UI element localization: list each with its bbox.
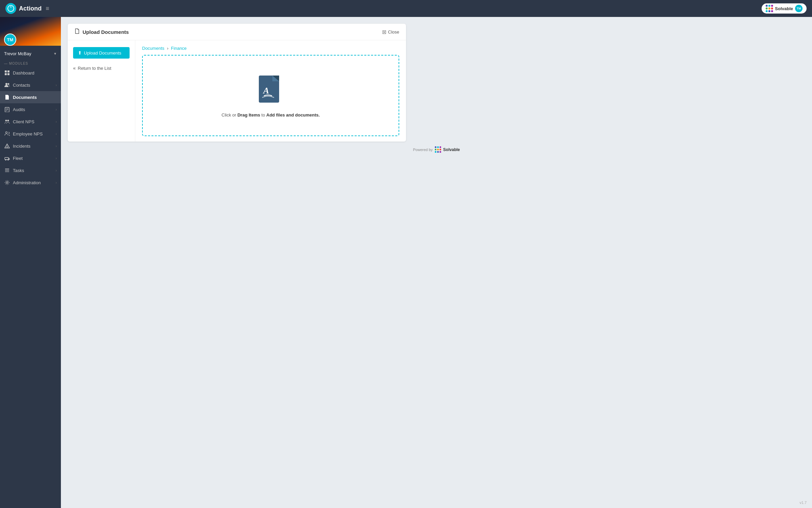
svg-point-12 xyxy=(7,120,9,122)
svg-point-5 xyxy=(5,83,7,85)
contacts-icon xyxy=(4,82,10,88)
card-sidebar: ⬆ Upload Documents « Return to the List xyxy=(68,40,135,142)
app-logo[interactable]: Actiond xyxy=(5,3,42,14)
sidebar-item-incidents[interactable]: Incidents › xyxy=(0,140,61,152)
powered-by-text: Powered by xyxy=(413,148,433,152)
sidebar-item-contacts[interactable]: Contacts › xyxy=(0,79,61,91)
app-name: Actiond xyxy=(19,5,42,12)
close-button[interactable]: ⊠ Close xyxy=(382,29,399,35)
svg-rect-2 xyxy=(7,70,9,72)
breadcrumb-root: Documents xyxy=(142,46,164,51)
user-name-row[interactable]: Trevor McBay ▼ xyxy=(0,50,61,59)
svg-rect-3 xyxy=(5,73,7,75)
employee-nps-chevron-icon: › xyxy=(55,132,57,136)
tasks-chevron-icon: › xyxy=(55,168,57,172)
card-main-area: Documents › Finance xyxy=(135,40,406,142)
version-label: v1.7 xyxy=(799,501,807,505)
sidebar-item-dashboard[interactable]: Dashboard xyxy=(0,67,61,79)
tm-badge: TM xyxy=(795,5,803,12)
sidebar-item-incidents-label: Incidents xyxy=(13,144,30,149)
footer: Powered by Solvable xyxy=(68,142,805,157)
sidebar-item-administration-label: Administration xyxy=(13,180,41,185)
tasks-icon xyxy=(4,167,10,173)
or-text: or xyxy=(232,112,238,118)
upload-doc-header-icon xyxy=(74,28,80,35)
svg-rect-16 xyxy=(5,157,8,160)
dashboard-icon xyxy=(4,70,10,76)
close-x-icon: ⊠ xyxy=(382,29,386,35)
breadcrumb: Documents › Finance xyxy=(142,46,399,51)
sidebar-item-administration[interactable]: Administration › xyxy=(0,176,61,189)
svg-rect-4 xyxy=(7,73,9,75)
sidebar-item-fleet-label: Fleet xyxy=(13,156,23,161)
sidebar-item-client-nps[interactable]: Client NPS › xyxy=(0,115,61,128)
administration-chevron-icon: › xyxy=(55,181,57,185)
svg-text:A: A xyxy=(263,86,269,96)
sidebar-item-audits[interactable]: Audits › xyxy=(0,103,61,115)
svg-point-11 xyxy=(5,120,7,122)
logo-icon xyxy=(5,3,16,14)
card-body: ⬆ Upload Documents « Return to the List … xyxy=(68,40,406,142)
close-label: Close xyxy=(388,29,399,35)
audits-chevron-icon: › xyxy=(55,107,57,111)
client-nps-chevron-icon: › xyxy=(55,120,57,124)
sidebar-item-audits-label: Audits xyxy=(13,107,25,112)
incidents-icon xyxy=(4,143,10,149)
pdf-file-icon: A xyxy=(257,74,284,104)
layout: TM Trevor McBay ▼ — MODULES Dashboard Co… xyxy=(0,17,812,508)
client-nps-icon xyxy=(4,119,10,125)
action-text: Add files and documents. xyxy=(266,112,320,118)
administration-icon xyxy=(4,179,10,186)
upload-arrow-icon: ⬆ xyxy=(78,50,82,56)
solvable-label: Solvable xyxy=(775,6,793,11)
user-section: TM xyxy=(0,17,61,50)
modules-label: — MODULES xyxy=(0,59,61,67)
employee-nps-icon xyxy=(4,131,10,137)
nav-left: Actiond ≡ xyxy=(5,3,49,14)
drag-text: Drag Items xyxy=(238,112,260,118)
sidebar: TM Trevor McBay ▼ — MODULES Dashboard Co… xyxy=(0,17,61,508)
drop-zone[interactable]: A Click or Drag Items to Add files xyxy=(142,55,399,136)
breadcrumb-separator: › xyxy=(167,46,168,51)
sidebar-item-employee-nps-label: Employee NPS xyxy=(13,131,43,136)
svg-point-15 xyxy=(7,147,7,147)
sidebar-item-fleet[interactable]: Fleet › xyxy=(0,152,61,164)
user-name: Trevor McBay xyxy=(4,51,31,56)
pdf-icon-container: A xyxy=(257,74,284,106)
sidebar-item-documents[interactable]: Documents xyxy=(0,91,61,103)
drop-zone-text: Click or Drag Items to Add files and doc… xyxy=(222,112,320,118)
svg-point-24 xyxy=(6,182,8,184)
fleet-chevron-icon: › xyxy=(55,156,57,160)
sidebar-item-tasks[interactable]: Tasks › xyxy=(0,164,61,176)
user-dropdown-icon: ▼ xyxy=(53,52,57,56)
contacts-chevron-icon: › xyxy=(55,83,57,87)
sidebar-item-tasks-label: Tasks xyxy=(13,168,24,173)
card-header: Upload Documents ⊠ Close xyxy=(68,24,406,40)
documents-icon xyxy=(4,94,10,100)
sidebar-item-dashboard-label: Dashboard xyxy=(13,70,35,76)
solvable-badge[interactable]: Solvable TM xyxy=(762,3,807,14)
sidebar-item-documents-label: Documents xyxy=(13,95,37,100)
incidents-chevron-icon: › xyxy=(55,144,57,148)
to-text: to xyxy=(262,112,266,118)
return-to-list-link[interactable]: « Return to the List xyxy=(73,64,130,72)
click-text: Click xyxy=(222,112,231,118)
svg-point-18 xyxy=(8,160,8,160)
upload-documents-button[interactable]: ⬆ Upload Documents xyxy=(73,47,130,59)
return-arrow-icon: « xyxy=(73,65,76,71)
svg-point-6 xyxy=(8,83,9,85)
svg-point-17 xyxy=(5,160,6,160)
footer-brand: Solvable xyxy=(443,147,460,152)
top-nav: Actiond ≡ Solvable TM xyxy=(0,0,812,17)
upload-documents-card: Upload Documents ⊠ Close ⬆ Upload Docume… xyxy=(68,24,406,142)
hamburger-icon[interactable]: ≡ xyxy=(46,5,49,12)
footer-solvable-dots-icon xyxy=(435,146,441,153)
breadcrumb-child: Finance xyxy=(171,46,186,51)
nav-right: Solvable TM xyxy=(762,3,807,14)
sidebar-item-employee-nps[interactable]: Employee NPS › xyxy=(0,128,61,140)
sidebar-item-client-nps-label: Client NPS xyxy=(13,119,35,124)
sidebar-item-contacts-label: Contacts xyxy=(13,83,30,88)
solvable-dots-icon xyxy=(766,5,773,12)
main-content: Upload Documents ⊠ Close ⬆ Upload Docume… xyxy=(61,17,812,508)
avatar: TM xyxy=(4,34,16,46)
